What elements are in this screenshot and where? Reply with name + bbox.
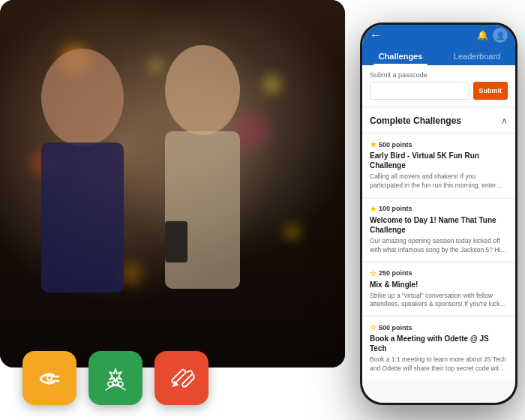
challenge-card[interactable]: ☆ 500 points Book a Meeting with Odette …	[362, 316, 515, 380]
photo-background	[0, 0, 345, 368]
svg-point-2	[165, 45, 240, 135]
tools-app-icon[interactable]	[154, 351, 208, 405]
handshake-app-icon[interactable]	[22, 351, 76, 405]
challenge-points-label: 100 points	[379, 205, 412, 212]
passcode-submit-button[interactable]: Submit	[473, 82, 508, 100]
challenge-card[interactable]: ☆ 250 points Mix & Mingle! Strike up a "…	[362, 262, 515, 316]
svg-point-5	[108, 382, 112, 386]
challenge-points-label: 250 points	[379, 269, 412, 277]
notification-bell-icon[interactable]: 🔔	[477, 30, 488, 40]
challenge-description: Calling all movers and shakers! If you p…	[370, 172, 508, 190]
community-app-icon[interactable]	[88, 351, 142, 405]
complete-challenges-header[interactable]: Complete Challenges ∧	[362, 110, 515, 132]
challenge-points-label: 500 points	[379, 141, 412, 148]
challenge-list: ★ 500 points Early Bird - Virtual 5K Fun…	[362, 134, 515, 380]
passcode-section: Submit a passcode Submit	[362, 65, 515, 106]
svg-point-0	[41, 49, 124, 146]
phone-content: Submit a passcode Submit Complete Challe…	[362, 65, 515, 403]
svg-point-4	[47, 376, 52, 380]
passcode-input[interactable]	[370, 82, 470, 100]
passcode-label: Submit a passcode	[370, 71, 508, 79]
star-outline-icon: ☆	[370, 323, 376, 332]
svg-rect-1	[41, 142, 124, 292]
phone-status-bar: ← 🔔 👤	[362, 25, 515, 46]
app-icons-row	[22, 351, 208, 405]
challenge-name: Book a Meeting with Odette @ JS Tech	[370, 334, 508, 353]
challenge-name: Welcome to Day 1! Name That Tune Challen…	[370, 215, 508, 235]
tab-leaderboard[interactable]: Leaderboard	[439, 46, 515, 65]
challenge-name: Early Bird - Virtual 5K Fun Run Challeng…	[370, 151, 508, 170]
challenge-name: Mix & Mingle!	[370, 280, 508, 290]
star-filled-icon: ★	[370, 205, 376, 213]
challenge-description: Strike up a "virtual" conversation with …	[370, 292, 508, 310]
phone-mockup: ← 🔔 👤 Challenges Leaderboard Submit a pa…	[360, 22, 518, 405]
phone-tabs: Challenges Leaderboard	[362, 46, 515, 65]
complete-challenges-title: Complete Challenges	[370, 116, 461, 126]
back-button[interactable]: ←	[370, 28, 382, 42]
challenge-points-label: 500 points	[379, 324, 412, 332]
challenge-card[interactable]: ★ 500 points Early Bird - Virtual 5K Fun…	[362, 134, 515, 196]
challenge-description: Book a 1:1 meeting to learn more about J…	[370, 356, 508, 374]
challenge-card[interactable]: ★ 100 points Welcome to Day 1! Name That…	[362, 198, 515, 261]
chevron-up-icon: ∧	[501, 116, 508, 126]
star-filled-icon: ★	[370, 140, 376, 148]
svg-point-7	[118, 382, 123, 386]
tab-challenges[interactable]: Challenges	[362, 46, 439, 65]
challenge-description: Our amazing opening session today kicked…	[370, 237, 508, 255]
svg-rect-3	[165, 131, 240, 289]
star-outline-icon: ☆	[370, 269, 376, 278]
